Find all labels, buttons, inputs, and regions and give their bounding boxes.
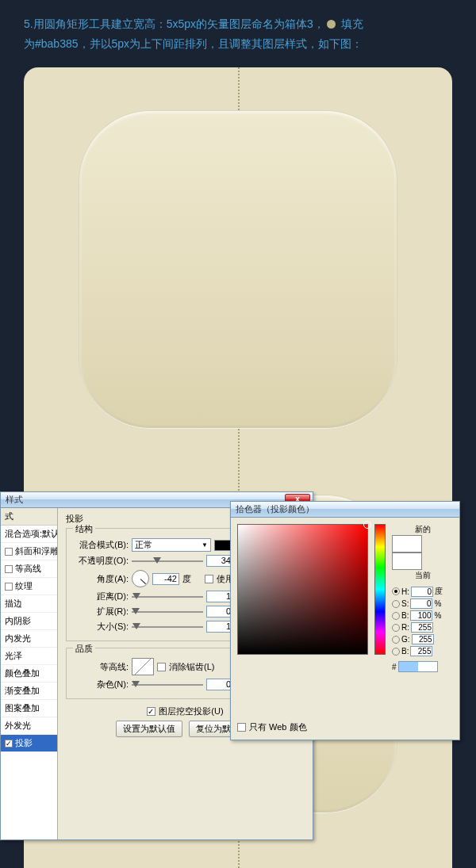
- antialias-label: 消除锯齿(L): [169, 661, 214, 673]
- blend-mode-label: 混合模式(B):: [71, 539, 129, 551]
- g-input[interactable]: 255: [412, 634, 434, 644]
- new-color-swatch[interactable]: [392, 535, 422, 553]
- sidebar-item-label: 内发光: [5, 633, 31, 644]
- dialog-title: 样式: [6, 494, 23, 506]
- instruction-part3: 为#bab385，并以5px为上下间距排列，且调整其图层样式，如下图：: [24, 37, 363, 50]
- effects-sidebar: 式 混合选项:默认斜面和浮雕等高线纹理描边内阴影内发光光泽颜色叠加渐变叠加图案叠…: [1, 508, 58, 839]
- s-input[interactable]: 0: [410, 598, 432, 609]
- sidebar-item[interactable]: 外发光: [1, 717, 57, 735]
- size-label: 大小(S):: [71, 621, 129, 633]
- current-color-label: 当前: [392, 570, 453, 581]
- sidebar-item-label: 描边: [5, 598, 22, 610]
- sidebar-item-label: 图案叠加: [5, 702, 40, 714]
- b-radio[interactable]: [392, 612, 400, 620]
- sidebar-item-label: 光泽: [5, 650, 22, 662]
- size-input[interactable]: 1: [206, 621, 233, 633]
- noise-label: 杂色(N):: [71, 679, 129, 690]
- angle-dial[interactable]: [132, 570, 149, 587]
- h-input[interactable]: 0: [411, 587, 433, 597]
- sidebar-item-label: 外发光: [5, 720, 31, 732]
- instruction-part2: 填充: [338, 17, 363, 30]
- sidebar-item[interactable]: 描边: [1, 595, 57, 613]
- sidebar-item[interactable]: 内发光: [1, 630, 57, 648]
- sv-cursor-icon: [363, 521, 371, 529]
- h-unit: 度: [435, 586, 443, 597]
- hex-label: #: [392, 663, 397, 671]
- picker-title: 拾色器（投影颜色）: [236, 503, 314, 515]
- hue-slider[interactable]: [374, 524, 386, 655]
- distance-input[interactable]: 1: [206, 591, 233, 602]
- effect-checkbox[interactable]: [5, 565, 13, 573]
- chevron-down-icon: ▼: [202, 541, 208, 549]
- contour-label: 等高线:: [71, 661, 129, 673]
- sidebar-item-label: 混合选项:默认: [5, 528, 58, 540]
- bb-input[interactable]: 255: [410, 646, 432, 656]
- s-radio[interactable]: [392, 600, 400, 608]
- sidebar-item-label: 渐变叠加: [5, 685, 40, 697]
- picker-titlebar[interactable]: 拾色器（投影颜色）: [231, 502, 459, 518]
- contour-picker[interactable]: [132, 658, 154, 675]
- distance-slider[interactable]: [132, 591, 203, 602]
- quality-legend: 品质: [73, 643, 95, 655]
- knockout-checkbox[interactable]: [147, 707, 155, 716]
- noise-slider[interactable]: [132, 679, 203, 690]
- instruction-part1: 5.用圆角矩形工具建立宽高：5x5px的矢量图层命名为箱体3，: [24, 17, 324, 30]
- b-input[interactable]: 100: [410, 610, 432, 621]
- new-color-label: 新的: [392, 524, 453, 535]
- instruction-text: 5.用圆角矩形工具建立宽高：5x5px的矢量图层命名为箱体3， 填充 为#bab…: [0, 0, 476, 63]
- spread-label: 扩展(R):: [71, 606, 129, 618]
- antialias-checkbox[interactable]: [157, 663, 166, 671]
- b-unit: %: [434, 611, 441, 620]
- h-radio[interactable]: [392, 587, 400, 595]
- spread-slider[interactable]: [132, 606, 203, 618]
- effect-checkbox[interactable]: [5, 740, 13, 748]
- bb-label: B:: [401, 647, 409, 656]
- current-color-swatch[interactable]: [392, 553, 422, 570]
- distance-label: 距离(D):: [71, 591, 129, 602]
- blend-mode-select[interactable]: 正常▼: [132, 538, 211, 552]
- sidebar-item[interactable]: 图案叠加: [1, 700, 57, 717]
- hex-input[interactable]: [398, 661, 438, 672]
- h-label: H:: [401, 587, 409, 596]
- effect-checkbox[interactable]: [5, 548, 13, 556]
- effect-checkbox[interactable]: [5, 583, 13, 591]
- sidebar-item[interactable]: 纹理: [1, 578, 57, 595]
- sidebar-item[interactable]: 光泽: [1, 648, 57, 665]
- sidebar-item-label: 斜面和浮雕: [15, 545, 58, 557]
- size-slider[interactable]: [132, 621, 203, 633]
- opacity-input[interactable]: 34: [206, 555, 233, 567]
- sidebar-item[interactable]: 混合选项:默认: [1, 526, 57, 543]
- r-input[interactable]: 255: [411, 622, 433, 633]
- global-light-checkbox[interactable]: [205, 575, 213, 583]
- sidebar-item[interactable]: 渐变叠加: [1, 683, 57, 700]
- opacity-slider[interactable]: [132, 556, 203, 567]
- sidebar-item[interactable]: 等高线: [1, 560, 57, 578]
- color-dot-icon: [327, 20, 336, 29]
- sidebar-item[interactable]: 斜面和浮雕: [1, 543, 57, 560]
- sidebar-item-label: 颜色叠加: [5, 667, 40, 679]
- sidebar-item-label: 等高线: [15, 563, 41, 575]
- g-label: G:: [401, 635, 410, 644]
- saturation-value-field[interactable]: [237, 524, 368, 655]
- r-label: R:: [401, 623, 409, 632]
- angle-label: 角度(A):: [71, 573, 129, 585]
- blend-mode-value: 正常: [135, 539, 152, 551]
- spread-input[interactable]: 0: [206, 606, 233, 618]
- g-radio[interactable]: [392, 636, 400, 644]
- r-radio[interactable]: [392, 624, 400, 632]
- sidebar-item-label: 投影: [15, 737, 33, 749]
- web-only-checkbox[interactable]: [237, 723, 246, 732]
- angle-input[interactable]: -42: [152, 573, 179, 585]
- sidebar-item[interactable]: 投影: [1, 735, 57, 752]
- b-label: B:: [401, 611, 409, 620]
- sidebar-item[interactable]: 内阴影: [1, 613, 57, 630]
- noise-input[interactable]: 0: [206, 679, 233, 690]
- sidebar-item-label: 纹理: [15, 580, 33, 592]
- opacity-label: 不透明度(O):: [71, 555, 129, 567]
- bb-radio[interactable]: [392, 648, 400, 656]
- sidebar-item[interactable]: 颜色叠加: [1, 665, 57, 683]
- structure-legend: 结构: [73, 523, 95, 535]
- sidebar-header: 式: [1, 508, 57, 526]
- make-default-button[interactable]: 设置为默认值: [116, 721, 182, 737]
- rounded-rect-preview-1: [79, 111, 397, 428]
